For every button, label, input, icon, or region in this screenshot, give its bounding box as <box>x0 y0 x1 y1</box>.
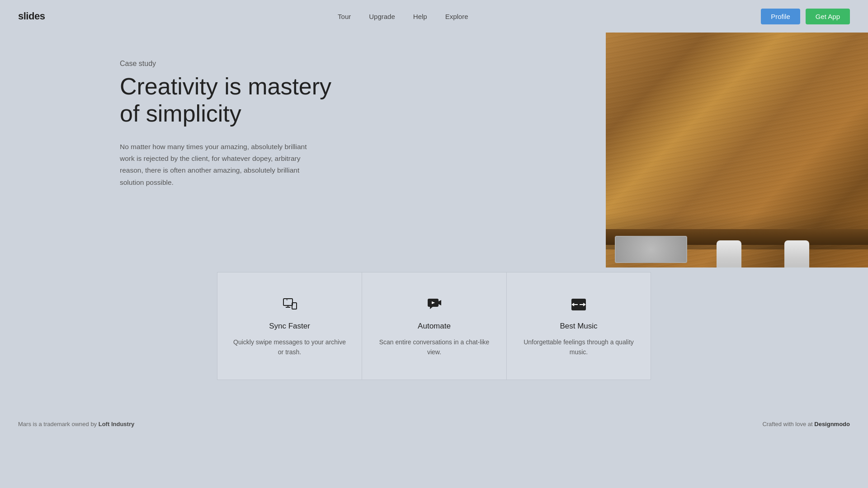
nav-item-tour[interactable]: Tour <box>338 13 351 20</box>
footer-left: Mars is a trademark owned by Loft Indust… <box>18 421 134 427</box>
feature-card-music: Best Music Unforgettable feelings throug… <box>506 272 651 380</box>
hero-description: No matter how many times your amazing, a… <box>120 141 323 188</box>
feature-card-sync: Sync Faster Quickly swipe messages to yo… <box>217 272 362 380</box>
svg-rect-0 <box>283 299 292 305</box>
hero-title: Creativity is mastery of simplicity <box>120 73 346 127</box>
header-actions: Profile Get App <box>761 9 850 24</box>
best-music-title: Best Music <box>520 322 637 331</box>
hero-content: Case study Creativity is mastery of simp… <box>120 60 346 188</box>
logo: slides <box>18 10 45 22</box>
footer-right: Crafted with love at Designmodo <box>762 421 850 427</box>
hero-image <box>606 33 868 267</box>
get-app-button[interactable]: Get App <box>806 9 850 24</box>
svg-marker-8 <box>439 300 441 305</box>
svg-marker-7 <box>430 307 433 309</box>
footer-right-text: Crafted with love at <box>762 421 814 427</box>
nav-item-help[interactable]: Help <box>413 13 427 20</box>
nav-item-explore[interactable]: Explore <box>445 13 468 20</box>
hero-section: Case study Creativity is mastery of simp… <box>0 33 868 267</box>
case-study-label: Case study <box>120 60 346 68</box>
features-section: Sync Faster Quickly swipe messages to yo… <box>0 272 868 380</box>
sync-faster-desc: Quickly swipe messages to your archive o… <box>231 337 348 357</box>
profile-button[interactable]: Profile <box>761 9 800 24</box>
main-nav: Tour Upgrade Help Explore <box>338 13 468 20</box>
sync-faster-title: Sync Faster <box>231 322 348 331</box>
footer-designmodo: Designmodo <box>814 421 850 427</box>
video-icon <box>376 295 493 313</box>
music-icon <box>520 295 637 313</box>
footer: Mars is a trademark owned by Loft Indust… <box>0 407 868 441</box>
feature-card-automate: Automate Scan entire conversations in a … <box>362 272 506 380</box>
nav-item-upgrade[interactable]: Upgrade <box>369 13 395 20</box>
footer-brand: Loft Industry <box>99 421 134 427</box>
header: slides Tour Upgrade Help Explore Profile… <box>0 0 868 33</box>
speaker-grille <box>615 236 687 263</box>
best-music-desc: Unforgettable feelings through a quality… <box>520 337 637 357</box>
sync-icon <box>231 295 348 313</box>
speaker-bottom <box>606 222 868 267</box>
speaker-leg-left <box>717 240 741 267</box>
footer-left-text: Mars is a trademark owned by <box>18 421 99 427</box>
speaker-leg-right <box>784 240 809 267</box>
automate-desc: Scan entire conversations in a chat-like… <box>376 337 493 357</box>
automate-title: Automate <box>376 322 493 331</box>
